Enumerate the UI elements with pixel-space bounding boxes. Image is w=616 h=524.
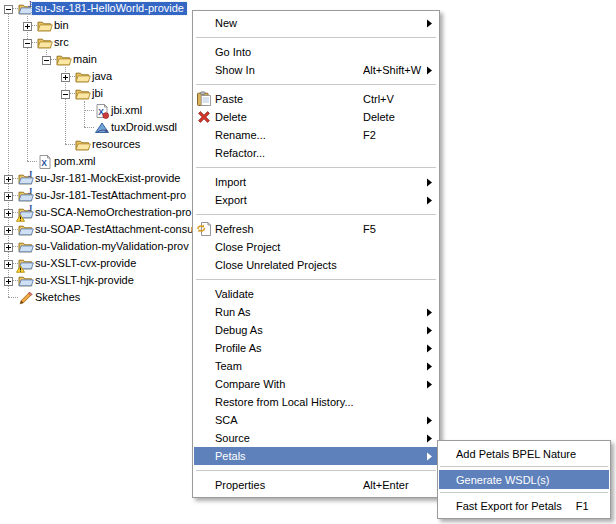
context-menu-item-paste[interactable]: PasteCtrl+V bbox=[194, 90, 438, 108]
menu-item-label: Delete bbox=[215, 111, 247, 123]
tree-item-label: src bbox=[51, 36, 72, 49]
context-menu-item-close-unrelated-projects[interactable]: Close Unrelated Projects bbox=[194, 256, 438, 274]
context-menu-item-source[interactable]: Source bbox=[194, 429, 438, 447]
context-menu-item-rename[interactable]: Rename...F2 bbox=[194, 126, 438, 144]
expander-plus-icon[interactable] bbox=[4, 208, 13, 217]
menu-item-label: Close Project bbox=[215, 241, 280, 253]
expander-minus-icon[interactable] bbox=[42, 55, 51, 64]
expander-minus-icon[interactable] bbox=[4, 4, 13, 13]
submenu-arrow-icon bbox=[426, 416, 433, 425]
expander-minus-icon[interactable] bbox=[23, 38, 32, 47]
tree-item-label: Sketches bbox=[32, 291, 83, 304]
submenu-arrow-icon bbox=[426, 178, 433, 187]
context-menu-item-export[interactable]: Export bbox=[194, 191, 438, 209]
submenu-arrow-icon bbox=[426, 434, 433, 443]
context-menu-item-new[interactable]: New bbox=[194, 14, 438, 32]
expander-plus-icon[interactable] bbox=[4, 225, 13, 234]
menu-icon-spacer bbox=[194, 239, 215, 255]
menu-item-label: Run As bbox=[215, 306, 250, 318]
menu-icon-spacer bbox=[194, 412, 215, 428]
petals-submenu: Add Petals BPEL NatureGenerate WSDL(s)Fa… bbox=[437, 440, 611, 519]
expander-plus-icon[interactable] bbox=[4, 174, 13, 183]
context-menu-separator bbox=[196, 84, 436, 85]
menu-item-label: Refactor... bbox=[215, 147, 265, 159]
menu-item-label: Go Into bbox=[215, 46, 251, 58]
context-menu-item-refactor[interactable]: Refactor... bbox=[194, 144, 438, 162]
menu-item-label: Add Petals BPEL Nature bbox=[439, 448, 576, 460]
expander-plus-icon[interactable] bbox=[23, 21, 32, 30]
context-menu-item-go-into[interactable]: Go Into bbox=[194, 43, 438, 61]
tree-item-label: su-Jsr-181-MockExist-provide bbox=[32, 172, 183, 185]
menu-item-label: Debug As bbox=[215, 324, 263, 336]
submenu-arrow-icon bbox=[426, 308, 433, 317]
petals-submenu-separator bbox=[440, 466, 608, 467]
menu-icon-spacer bbox=[194, 304, 215, 320]
menu-item-shortcut: F5 bbox=[363, 223, 376, 235]
menu-icon-spacer bbox=[194, 127, 215, 143]
context-menu-separator bbox=[196, 37, 436, 38]
petals-submenu-item-generate-wsdl-s[interactable]: Generate WSDL(s) bbox=[439, 470, 609, 489]
submenu-arrow-icon bbox=[426, 196, 433, 205]
petals-submenu-item-add-petals-bpel-nature[interactable]: Add Petals BPEL Nature bbox=[439, 444, 609, 463]
context-menu-item-show-in[interactable]: Show InAlt+Shift+W bbox=[194, 61, 438, 79]
submenu-arrow-icon bbox=[426, 19, 433, 28]
menu-item-label: Refresh bbox=[215, 223, 254, 235]
menu-item-label: Export bbox=[215, 194, 247, 206]
expander-plus-icon[interactable] bbox=[4, 191, 13, 200]
context-menu-item-profile-as[interactable]: Profile As bbox=[194, 339, 438, 357]
context-menu-item-debug-as[interactable]: Debug As bbox=[194, 321, 438, 339]
expander-minus-icon[interactable] bbox=[61, 89, 70, 98]
menu-icon-spacer bbox=[194, 340, 215, 356]
context-menu-item-team[interactable]: Team bbox=[194, 357, 438, 375]
tree-item-label: jbi bbox=[89, 87, 106, 100]
menu-icon-spacer bbox=[194, 145, 215, 161]
submenu-arrow-icon bbox=[426, 326, 433, 335]
menu-icon-spacer bbox=[194, 376, 215, 392]
menu-item-label: Validate bbox=[215, 288, 254, 300]
context-menu-item-compare-with[interactable]: Compare With bbox=[194, 375, 438, 393]
tree-guide-line bbox=[8, 297, 18, 298]
refresh-icon bbox=[194, 221, 215, 237]
tree-item-label: pom.xml bbox=[51, 155, 99, 168]
petals-submenu-item-fast-export-for-petals[interactable]: Fast Export for PetalsF1 bbox=[439, 496, 609, 515]
tree-item-label: resources bbox=[89, 138, 143, 151]
expander-plus-icon[interactable] bbox=[4, 276, 13, 285]
tree-item-label: su-Jsr-181-TestAttachment-pro bbox=[32, 189, 189, 202]
context-menu-item-close-project[interactable]: Close Project bbox=[194, 238, 438, 256]
context-menu-item-properties[interactable]: PropertiesAlt+Enter bbox=[194, 476, 438, 494]
context-menu-item-import[interactable]: Import bbox=[194, 173, 438, 191]
menu-icon-spacer bbox=[194, 192, 215, 208]
tree-item-label: su-Validation-myValidation-prov bbox=[32, 240, 192, 253]
expander-plus-icon[interactable] bbox=[4, 242, 13, 251]
tree-item-label: bin bbox=[51, 19, 72, 32]
menu-icon-spacer bbox=[194, 174, 215, 190]
expander-plus-icon[interactable] bbox=[4, 259, 13, 268]
context-menu-item-validate[interactable]: Validate bbox=[194, 285, 438, 303]
menu-item-label: SCA bbox=[215, 414, 238, 426]
context-menu-item-run-as[interactable]: Run As bbox=[194, 303, 438, 321]
context-menu-item-delete[interactable]: DeleteDelete bbox=[194, 108, 438, 126]
menu-icon-spacer bbox=[194, 286, 215, 302]
menu-item-shortcut: Alt+Enter bbox=[363, 479, 409, 491]
menu-item-label: Team bbox=[215, 360, 242, 372]
tree-item-label: main bbox=[70, 53, 100, 66]
context-menu-item-sca[interactable]: SCA bbox=[194, 411, 438, 429]
expander-plus-icon[interactable] bbox=[61, 72, 70, 81]
menu-item-label: Profile As bbox=[215, 342, 261, 354]
menu-icon-spacer bbox=[194, 430, 215, 446]
tree-item-label: su-SCA-NemoOrchestration-pro bbox=[32, 206, 195, 219]
context-menu-separator bbox=[196, 470, 436, 471]
context-menu-item-refresh[interactable]: RefreshF5 bbox=[194, 220, 438, 238]
petals-submenu-separator bbox=[440, 492, 608, 493]
tree-item-label: su-XSLT-hjk-provide bbox=[32, 274, 137, 287]
context-menu-item-restore-from-local-history[interactable]: Restore from Local History... bbox=[194, 393, 438, 411]
menu-item-label: Properties bbox=[215, 479, 265, 491]
menu-item-label: Compare With bbox=[215, 378, 285, 390]
package-explorer-view: Jsu-Jsr-181-HelloWorld-providebinsrcmain… bbox=[0, 0, 616, 524]
submenu-arrow-icon bbox=[426, 66, 433, 75]
menu-item-label: Petals bbox=[215, 450, 246, 462]
paste-icon bbox=[194, 91, 215, 107]
menu-icon-spacer bbox=[194, 322, 215, 338]
context-menu-item-petals[interactable]: Petals bbox=[194, 447, 438, 465]
menu-item-label: Paste bbox=[215, 93, 243, 105]
